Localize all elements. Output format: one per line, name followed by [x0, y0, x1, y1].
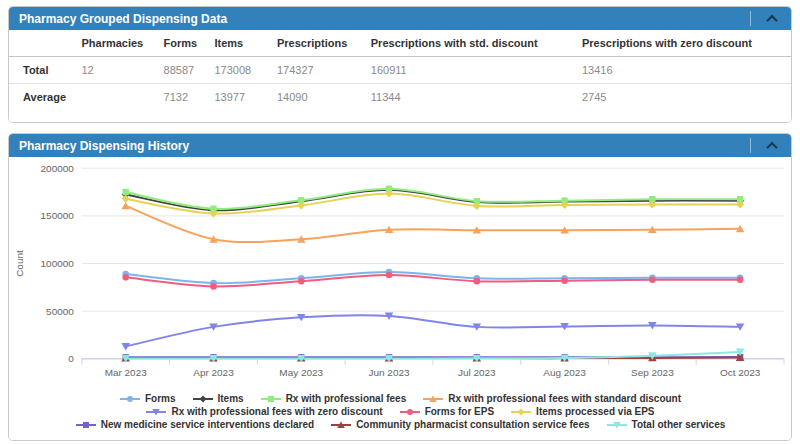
total-other-services-legend-marker-icon	[606, 420, 628, 430]
legend-item-items-processed-via-eps[interactable]: Items processed via EPS	[510, 406, 654, 417]
column-header-prescriptions: Prescriptions	[271, 30, 365, 57]
chevron-up-icon	[766, 141, 777, 152]
series-point-forms-for-eps[interactable]	[298, 278, 305, 285]
new-medicine-service-interventions-declared-legend-marker-icon	[75, 420, 97, 430]
legend-label: Rx with professional fees with zero disc…	[171, 406, 382, 417]
series-line-rx-with-professional-fees-with-standard-discount	[126, 206, 740, 242]
dispensing-history-panel: Pharmacy Dispensing History 050000100000…	[8, 133, 792, 441]
y-axis-title: Count	[14, 250, 25, 277]
rx-with-professional-fees-with-zero-discount-legend-marker-icon	[145, 407, 167, 417]
x-axis-tick-label: Aug 2023	[543, 367, 586, 378]
y-axis-tick-label: 100000	[41, 258, 75, 269]
series-point-forms-for-eps[interactable]	[737, 276, 744, 283]
header-divider	[750, 11, 751, 26]
dispensing-history-panel-header: Pharmacy Dispensing History	[9, 134, 791, 157]
page: Pharmacy Grouped Dispensing Data Pharmac…	[0, 0, 800, 444]
y-axis-tick-label: 150000	[41, 210, 75, 221]
chevron-up-icon	[766, 14, 777, 25]
series-point-forms-for-eps[interactable]	[649, 276, 656, 283]
legend-label: New medicine service interventions decla…	[101, 419, 314, 430]
legend-item-forms-for-eps[interactable]: Forms for EPS	[399, 406, 494, 417]
dispensing-history-chart: 050000100000150000200000CountMar 2023Apr…	[9, 159, 791, 391]
average-prescriptions: 14090	[271, 84, 365, 111]
column-header-pharmacies: Pharmacies	[75, 30, 157, 57]
column-header-forms: Forms	[158, 30, 209, 57]
series-point-forms-for-eps[interactable]	[561, 277, 568, 284]
legend-item-rx-with-professional-fees[interactable]: Rx with professional fees	[260, 393, 407, 404]
legend-item-new-medicine-service-interventions-declared[interactable]: New medicine service interventions decla…	[75, 419, 314, 430]
community-pharmacist-consultation-service-fees-legend-marker-icon	[330, 420, 352, 430]
grouped-dispensing-panel-header: Pharmacy Grouped Dispensing Data	[9, 7, 791, 30]
series-line-rx-with-professional-fees-with-zero-discount	[126, 315, 740, 346]
average-forms: 7132	[158, 84, 209, 111]
table-row-total: Total 12 88587 173008 174327 160911 1341…	[9, 57, 791, 84]
forms-for-eps-legend-marker-icon	[399, 407, 421, 417]
chart-legend: FormsItemsRx with professional feesRx wi…	[9, 391, 791, 440]
average-pharmacies	[75, 84, 157, 111]
column-header-prescriptions-zero-discount: Prescriptions with zero discount	[576, 30, 791, 57]
legend-item-items[interactable]: Items	[192, 393, 244, 404]
history-panel-title: Pharmacy Dispensing History	[19, 139, 189, 153]
x-axis-tick-label: Jul 2023	[458, 367, 496, 378]
average-prescriptions-std-discount: 11344	[365, 84, 576, 111]
grouped-dispensing-table-body: Pharmacies Forms Items Prescriptions Pre…	[9, 30, 791, 122]
header-divider	[750, 138, 751, 153]
average-prescriptions-zero-discount: 2745	[576, 84, 791, 111]
x-axis-tick-label: Oct 2023	[720, 367, 761, 378]
column-header-blank	[9, 30, 75, 57]
total-prescriptions: 174327	[271, 57, 365, 84]
legend-label: Forms	[145, 393, 176, 404]
series-point-forms-for-eps[interactable]	[474, 278, 481, 285]
legend-label: Rx with professional fees	[286, 393, 407, 404]
legend-item-rx-with-professional-fees-with-zero-discount[interactable]: Rx with professional fees with zero disc…	[145, 406, 382, 417]
row-label-total: Total	[9, 57, 75, 84]
series-point-rx-with-professional-fees[interactable]	[123, 189, 129, 195]
x-axis-tick-label: Mar 2023	[105, 367, 148, 378]
y-axis-tick-label: 200000	[41, 163, 75, 174]
legend-item-forms[interactable]: Forms	[119, 393, 176, 404]
legend-item-total-other-services[interactable]: Total other services	[606, 419, 726, 430]
legend-label: Forms for EPS	[425, 406, 494, 417]
total-prescriptions-std-discount: 160911	[365, 57, 576, 84]
rx-with-professional-fees-with-standard-discount-legend-marker-icon	[422, 394, 444, 404]
series-point-forms-for-eps[interactable]	[386, 272, 393, 279]
dispensing-history-chart-body: 050000100000150000200000CountMar 2023Apr…	[9, 157, 791, 440]
legend-label: Items	[218, 393, 244, 404]
y-axis-tick-label: 50000	[46, 306, 74, 317]
grouped-panel-collapse-button[interactable]	[763, 11, 781, 27]
history-panel-collapse-button[interactable]	[763, 138, 781, 154]
table-bottom-padding	[9, 110, 791, 122]
x-axis-tick-label: Apr 2023	[193, 367, 234, 378]
legend-item-rx-with-professional-fees-with-standard-discount[interactable]: Rx with professional fees with standard …	[422, 393, 681, 404]
total-prescriptions-zero-discount: 13416	[576, 57, 791, 84]
rx-with-professional-fees-legend-marker-icon	[260, 394, 282, 404]
row-label-average: Average	[9, 84, 75, 111]
x-axis-tick-label: Sep 2023	[631, 367, 674, 378]
series-point-forms-for-eps[interactable]	[210, 283, 217, 290]
total-items: 173008	[208, 57, 271, 84]
total-forms: 88587	[158, 57, 209, 84]
total-pharmacies: 12	[75, 57, 157, 84]
legend-label: Total other services	[632, 419, 726, 430]
items-legend-marker-icon	[192, 394, 214, 404]
y-axis-tick-label: 0	[68, 353, 74, 364]
x-axis-tick-label: May 2023	[279, 367, 323, 378]
table-row-average: Average 7132 13977 14090 11344 2745	[9, 84, 791, 111]
column-header-items: Items	[208, 30, 271, 57]
series-line-forms-for-eps	[126, 275, 740, 286]
forms-legend-marker-icon	[119, 394, 141, 404]
grouped-dispensing-panel: Pharmacy Grouped Dispensing Data Pharmac…	[8, 6, 792, 123]
column-header-prescriptions-std-discount: Prescriptions with std. discount	[365, 30, 576, 57]
table-header-row: Pharmacies Forms Items Prescriptions Pre…	[9, 30, 791, 57]
x-axis-tick-label: Jun 2023	[369, 367, 410, 378]
series-point-rx-with-professional-fees-with-standard-discount[interactable]	[121, 202, 130, 209]
legend-item-community-pharmacist-consultation-service-fees[interactable]: Community pharmacist consultation servic…	[330, 419, 589, 430]
legend-label: Rx with professional fees with standard …	[448, 393, 681, 404]
grouped-panel-title: Pharmacy Grouped Dispensing Data	[19, 12, 227, 26]
average-items: 13977	[208, 84, 271, 111]
items-processed-via-eps-legend-marker-icon	[510, 407, 532, 417]
series-point-forms-for-eps[interactable]	[122, 274, 129, 281]
legend-label: Items processed via EPS	[536, 406, 654, 417]
grouped-dispensing-table: Pharmacies Forms Items Prescriptions Pre…	[9, 30, 791, 110]
legend-label: Community pharmacist consultation servic…	[356, 419, 589, 430]
